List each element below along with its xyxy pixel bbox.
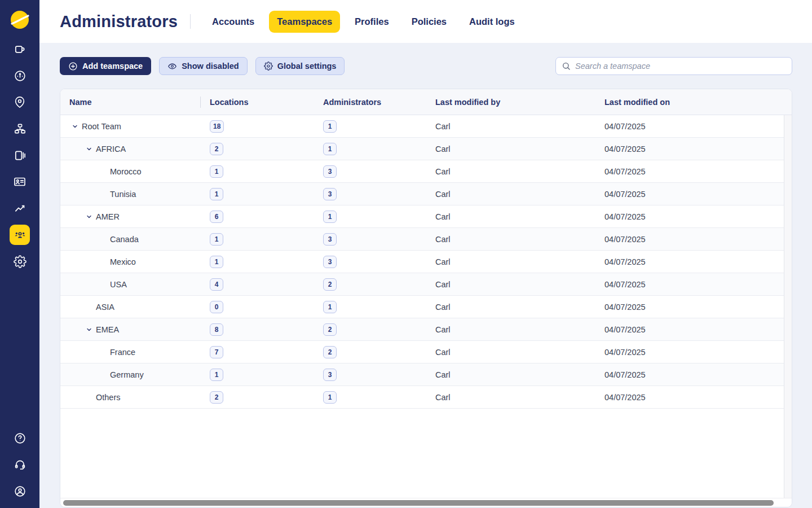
lucca-logo[interactable] bbox=[8, 8, 31, 31]
modified-on-cell: 04/07/2025 bbox=[595, 325, 784, 334]
row-name-label: USA bbox=[110, 280, 127, 289]
locations-badge: 1 bbox=[210, 165, 223, 178]
tab-audit-logs[interactable]: Audit logs bbox=[461, 11, 523, 33]
administrators-badge: 2 bbox=[323, 323, 337, 336]
row-name-cell: AMER bbox=[60, 205, 201, 227]
table-header: Name Locations Administrators Last modif… bbox=[60, 89, 792, 115]
global-settings-button[interactable]: Global settings bbox=[255, 57, 345, 75]
sidebar-item-org-chart[interactable] bbox=[10, 119, 30, 139]
table-row[interactable]: USA 4 2 Carl 04/07/2025 bbox=[60, 273, 784, 296]
add-teamspace-button[interactable]: Add teamspace bbox=[60, 57, 151, 75]
sidebar-item-locations[interactable] bbox=[10, 92, 30, 112]
modified-by-cell: Carl bbox=[426, 303, 595, 312]
show-disabled-label: Show disabled bbox=[182, 62, 239, 71]
chevron-down-icon[interactable] bbox=[86, 146, 92, 152]
table-row[interactable]: Tunisia 1 3 Carl 04/07/2025 bbox=[60, 183, 784, 205]
table-row[interactable]: AMER 6 1 Carl 04/07/2025 bbox=[60, 205, 784, 228]
administrators-badge: 3 bbox=[323, 369, 337, 381]
chevron-down-icon[interactable] bbox=[72, 123, 78, 130]
locations-badge: 2 bbox=[210, 391, 223, 404]
administrators-badge: 3 bbox=[323, 188, 337, 200]
column-header-administrators: Administrators bbox=[314, 89, 426, 115]
row-name-cell: USA bbox=[60, 273, 201, 295]
settings-gear-icon bbox=[14, 255, 27, 268]
row-name-label: Morocco bbox=[110, 167, 142, 176]
row-name-label: Mexico bbox=[110, 257, 136, 266]
show-disabled-button[interactable]: Show disabled bbox=[159, 57, 248, 75]
sidebar-item-dashboard[interactable] bbox=[10, 65, 30, 86]
table-row[interactable]: AFRICA 2 1 Carl 04/07/2025 bbox=[60, 138, 784, 160]
administrators-badge: 1 bbox=[323, 211, 337, 223]
administrators-badge: 3 bbox=[323, 233, 337, 246]
main-area: Administrators Accounts Teamspaces Profi… bbox=[39, 0, 812, 508]
row-name-label: AFRICA bbox=[96, 144, 126, 154]
table-row[interactable]: Mexico 1 3 Carl 04/07/2025 bbox=[60, 251, 784, 273]
sidebar-item-coffee[interactable] bbox=[10, 39, 30, 59]
chevron-down-icon[interactable] bbox=[86, 213, 92, 220]
tab-profiles[interactable]: Profiles bbox=[347, 11, 397, 33]
locations-badge: 7 bbox=[210, 346, 223, 358]
table-row[interactable]: Morocco 1 3 Carl 04/07/2025 bbox=[60, 160, 784, 183]
column-header-last-modified-by: Last modified by bbox=[426, 89, 595, 115]
administrators-badge: 1 bbox=[323, 301, 337, 313]
table-row[interactable]: Canada 1 3 Carl 04/07/2025 bbox=[60, 228, 784, 251]
sidebar-item-account[interactable] bbox=[10, 481, 30, 501]
sidebar-item-panels[interactable] bbox=[10, 145, 30, 165]
modified-by-cell: Carl bbox=[426, 257, 595, 266]
row-name-cell: France bbox=[60, 341, 201, 363]
table-row[interactable]: Root Team 18 1 Carl 04/07/2025 bbox=[60, 115, 784, 138]
modified-by-cell: Carl bbox=[426, 212, 595, 221]
locations-badge: 8 bbox=[210, 323, 223, 336]
search-box bbox=[555, 57, 792, 75]
top-bar: Administrators Accounts Teamspaces Profi… bbox=[39, 0, 812, 43]
horizontal-scrollbar-thumb[interactable] bbox=[63, 500, 774, 506]
row-name-label: EMEA bbox=[96, 325, 119, 334]
content-area: Add teamspace Show disabled Global setti… bbox=[39, 43, 812, 508]
sidebar bbox=[0, 0, 39, 508]
account-circle-icon bbox=[14, 485, 27, 498]
table-row[interactable]: EMEA 8 2 Carl 04/07/2025 bbox=[60, 318, 784, 341]
row-name-label: Canada bbox=[110, 235, 139, 244]
search-icon bbox=[562, 62, 571, 71]
modified-by-cell: Carl bbox=[426, 122, 595, 131]
table-row[interactable]: France 7 2 Carl 04/07/2025 bbox=[60, 341, 784, 364]
modified-by-cell: Carl bbox=[426, 167, 595, 176]
locations-badge: 0 bbox=[210, 301, 223, 313]
modified-on-cell: 04/07/2025 bbox=[595, 348, 784, 357]
column-header-locations: Locations bbox=[201, 89, 314, 115]
chevron-down-icon[interactable] bbox=[86, 326, 92, 333]
table-row[interactable]: ASIA 0 1 Carl 04/07/2025 bbox=[60, 296, 784, 318]
row-name-cell: Root Team bbox=[60, 115, 201, 137]
modified-on-cell: 04/07/2025 bbox=[595, 190, 784, 199]
tab-policies[interactable]: Policies bbox=[404, 11, 454, 33]
tab-accounts[interactable]: Accounts bbox=[204, 11, 262, 33]
tab-teamspaces[interactable]: Teamspaces bbox=[269, 11, 340, 33]
row-name-cell: AFRICA bbox=[60, 138, 201, 160]
locations-badge: 2 bbox=[210, 143, 223, 155]
sidebar-item-settings[interactable] bbox=[10, 251, 30, 271]
plus-circle-icon bbox=[68, 62, 78, 71]
row-name-label: Others bbox=[96, 393, 121, 402]
sidebar-item-teamspaces[interactable] bbox=[10, 225, 30, 245]
modified-on-cell: 04/07/2025 bbox=[595, 257, 784, 266]
location-pin-icon bbox=[14, 96, 26, 108]
id-card-icon bbox=[13, 175, 27, 189]
row-name-cell: Morocco bbox=[60, 160, 201, 182]
search-input[interactable] bbox=[575, 62, 786, 71]
row-name-cell: Tunisia bbox=[60, 183, 201, 205]
table-row[interactable]: Others 2 1 Carl 04/07/2025 bbox=[60, 386, 784, 409]
sidebar-item-id-card[interactable] bbox=[10, 172, 30, 192]
sidebar-item-support[interactable] bbox=[10, 454, 30, 475]
modified-on-cell: 04/07/2025 bbox=[595, 370, 784, 379]
table-row[interactable]: Germany 1 3 Carl 04/07/2025 bbox=[60, 364, 784, 386]
teamspaces-table: Name Locations Administrators Last modif… bbox=[60, 89, 792, 507]
sidebar-item-help[interactable] bbox=[10, 428, 30, 448]
sidebar-item-analytics[interactable] bbox=[10, 198, 30, 218]
row-name-cell: Germany bbox=[60, 364, 201, 386]
locations-badge: 4 bbox=[210, 278, 223, 291]
column-header-last-modified-on: Last modified on bbox=[595, 89, 792, 115]
page-title: Administrators bbox=[60, 12, 178, 31]
modified-on-cell: 04/07/2025 bbox=[595, 280, 784, 289]
eye-icon bbox=[167, 62, 177, 71]
locations-badge: 1 bbox=[210, 369, 223, 381]
